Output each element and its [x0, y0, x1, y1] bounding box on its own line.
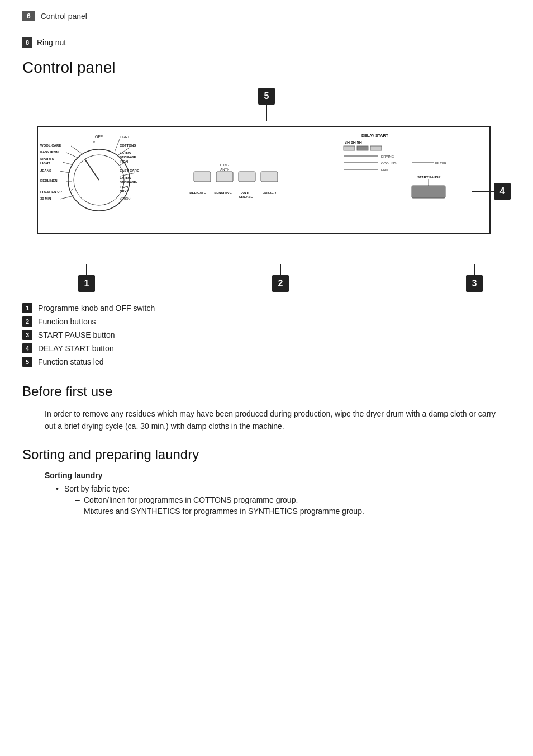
legend-item-1: 1 Programme knob and OFF switch [22, 303, 511, 313]
legend-text-1: Programme knob and OFF switch [38, 304, 155, 313]
sorting-sub-item-1: Cotton/linen for programmes in COTTONS p… [75, 495, 511, 504]
svg-text:START PAUSE: START PAUSE [417, 176, 440, 179]
svg-text:LIGHT: LIGHT [120, 135, 130, 139]
svg-text:SENSITIVE: SENSITIVE [214, 191, 231, 195]
svg-text:EASY IRON: EASY IRON [40, 150, 59, 154]
svg-text:3H  6H  9H: 3H 6H 9H [345, 140, 362, 144]
svg-text:FILTER: FILTER [435, 162, 447, 165]
ring-nut-section: 8 Ring nut [22, 37, 511, 48]
label-1-col: 1 [78, 264, 95, 292]
svg-text:30 MIN: 30 MIN [40, 197, 51, 200]
label-3-badge: 3 [466, 275, 483, 292]
before-first-use-title: Before first use [22, 384, 511, 399]
control-panel-title: Control panel [22, 59, 511, 77]
legend-badge-4: 4 [22, 343, 32, 353]
svg-text:BEDLINEN: BEDLINEN [40, 179, 58, 182]
legend-badge-2: 2 [22, 316, 32, 327]
sorting-subtitle: Sorting laundry [45, 471, 511, 480]
ring-nut-badge: 8 [22, 37, 32, 48]
svg-text:EASY CARE: EASY CARE [120, 169, 139, 172]
legend-badge-3: 3 [22, 330, 32, 340]
sorting-bullet-item: Sort by fabric type: Cotton/linen for pr… [56, 484, 511, 516]
legend-badge-1: 1 [22, 303, 32, 313]
svg-text:DRYING: DRYING [381, 155, 394, 158]
legend-text-3: START PAUSE button [38, 330, 115, 339]
svg-text:END: END [381, 168, 388, 172]
svg-text:LONG: LONG [220, 163, 229, 167]
svg-text:DRY: DRY [120, 190, 126, 193]
svg-text:STORAGE-: STORAGE- [120, 181, 137, 184]
svg-text:JEANS: JEANS [40, 169, 51, 172]
svg-text:CREASE: CREASE [239, 195, 253, 199]
svg-text:COOLING: COOLING [381, 162, 397, 165]
svg-text:IRON-: IRON- [120, 185, 129, 188]
sorting-bullet-text: Sort by fabric type: [64, 484, 130, 493]
svg-rect-36 [194, 172, 211, 182]
header-title: Control panel [41, 12, 87, 21]
svg-text:ANTI-: ANTI- [241, 191, 250, 195]
label-5-container: 5 [22, 88, 511, 105]
label-4-badge: 4 [494, 183, 511, 200]
svg-rect-50 [357, 146, 368, 150]
svg-rect-37 [216, 172, 233, 182]
sorting-bullet-list: Sort by fabric type: Cotton/linen for pr… [56, 484, 511, 516]
svg-rect-49 [344, 146, 355, 150]
svg-text:WOOL CARE: WOOL CARE [40, 144, 61, 147]
legend-text-4: DELAY START button [38, 344, 114, 353]
legend-badge-5: 5 [22, 357, 32, 367]
svg-text:STORAGE:: STORAGE: [120, 155, 137, 159]
page-number: 6 [22, 11, 35, 21]
before-first-use-body: In order to remove any residues which ma… [22, 408, 503, 433]
control-panel-diagram: OFF o WOOL CARE EASY IRON SPORTS LIGHT J… [32, 121, 501, 261]
sorting-content: Sorting laundry Sort by fabric type: Cot… [22, 471, 511, 516]
diagram-svg: 4 OFF o WOOL CARE EASY IRON SPORTS LIGHT… [22, 121, 511, 261]
legend-item-4: 4 DELAY START button [22, 343, 511, 353]
label-4-right: 4 [472, 183, 511, 200]
svg-text:DELAY START: DELAY START [361, 134, 388, 138]
label-2-badge: 2 [272, 275, 289, 292]
svg-text:ANTI-: ANTI- [220, 168, 229, 171]
bottom-labels-row: 1 2 3 [22, 264, 511, 292]
legend-item-2: 2 Function buttons [22, 316, 511, 327]
svg-text:DELICATE: DELICATE [189, 191, 206, 195]
svg-text:SPORTS: SPORTS [40, 157, 54, 160]
page-header: 6 Control panel [22, 11, 511, 26]
svg-rect-60 [412, 186, 445, 198]
svg-rect-39 [261, 172, 278, 182]
label-3-col: 3 [466, 264, 483, 292]
svg-text:FRESHEN UP: FRESHEN UP [40, 190, 62, 193]
label-1-badge: 1 [78, 275, 95, 292]
svg-rect-38 [239, 172, 255, 182]
svg-text:COTTONS: COTTONS [120, 144, 136, 147]
svg-text:BUZZER: BUZZER [263, 191, 277, 195]
svg-rect-51 [370, 146, 382, 150]
legend-item-5: 5 Function status led [22, 357, 511, 367]
legend-item-3: 3 START PAUSE button [22, 330, 511, 340]
legend-text-5: Function status led [38, 357, 104, 366]
diagram-container: 5 4 OFF o WOOL CARE EASY IRON [22, 88, 511, 292]
svg-text:36850: 36850 [120, 196, 131, 200]
svg-text:o: o [93, 140, 95, 143]
sorting-sub-item-2: Mixtures and SYNTHETICS for programmes i… [75, 507, 511, 516]
sorting-sub-list: Cotton/linen for programmes in COTTONS p… [75, 495, 511, 516]
label-2-col: 2 [272, 264, 289, 292]
legend-text-2: Function buttons [38, 317, 96, 326]
connector-5 [22, 105, 511, 121]
svg-text:EXTRA: EXTRA [120, 176, 131, 179]
svg-text:LIGHT: LIGHT [40, 162, 50, 165]
svg-text:EXTRA-: EXTRA- [120, 151, 132, 154]
legend-list: 1 Programme knob and OFF switch 2 Functi… [22, 303, 511, 367]
svg-text:OFF: OFF [95, 135, 103, 139]
ring-nut-label: Ring nut [37, 38, 66, 47]
sorting-title: Sorting and preparing laundry [22, 447, 511, 462]
label-5-badge: 5 [258, 88, 275, 105]
